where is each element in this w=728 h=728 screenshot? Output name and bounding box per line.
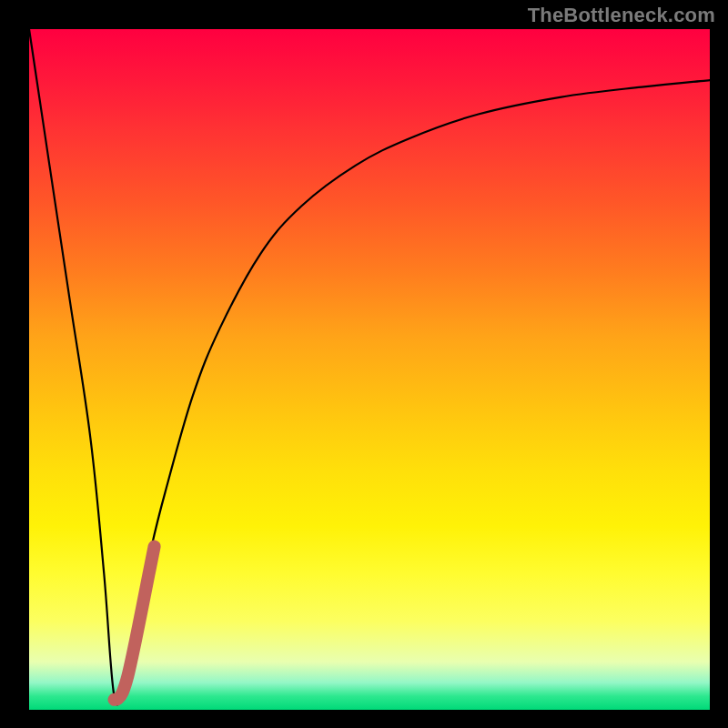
curve-layer: [0, 0, 728, 728]
highlight-segment: [115, 547, 155, 700]
watermark-text: TheBottleneck.com: [528, 4, 715, 27]
chart-frame: { "watermark": "TheBottleneck.com", "plo…: [0, 0, 728, 728]
bottleneck-curve: [29, 29, 710, 704]
